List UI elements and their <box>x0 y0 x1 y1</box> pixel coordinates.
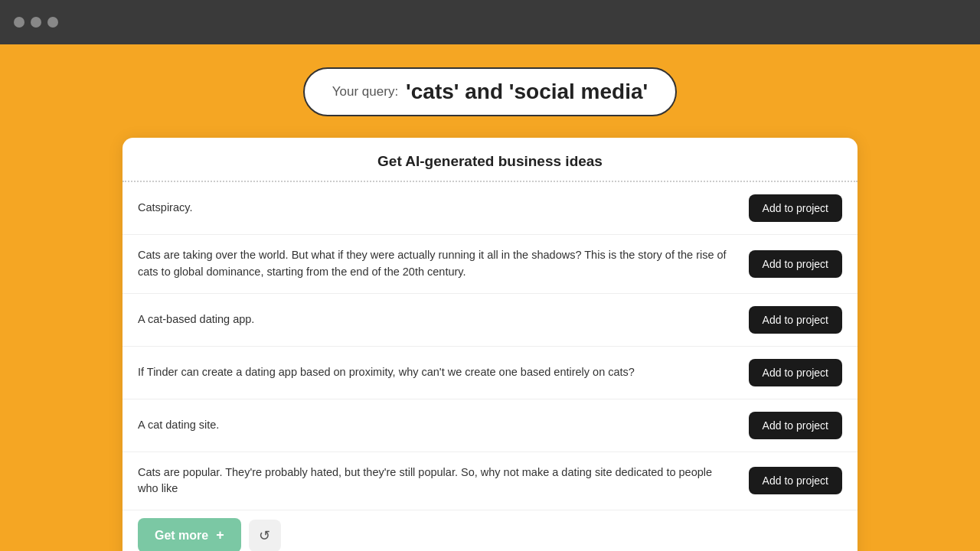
refresh-button[interactable]: ↺ <box>249 520 281 552</box>
get-more-button[interactable]: Get more + <box>138 518 241 551</box>
idea-text: A cat-based dating app. <box>138 311 733 328</box>
maximize-button-light[interactable] <box>47 17 58 28</box>
idea-text: Cats are popular. They're probably hated… <box>138 465 733 498</box>
traffic-lights <box>14 17 58 28</box>
add-to-project-button-6[interactable]: Add to project <box>749 467 842 494</box>
idea-row: Catspiracy. Add to project <box>122 182 858 235</box>
bottom-actions: Get more + ↺ <box>122 510 858 551</box>
add-to-project-button-4[interactable]: Add to project <box>749 359 842 386</box>
idea-row: If Tinder can create a dating app based … <box>122 347 858 399</box>
main-content: Your query: 'cats' and 'social media' Ge… <box>0 44 980 551</box>
get-more-label: Get more <box>155 529 208 543</box>
idea-text: Catspiracy. <box>138 200 733 217</box>
idea-text: If Tinder can create a dating app based … <box>138 364 733 381</box>
add-to-project-button-2[interactable]: Add to project <box>749 250 842 278</box>
idea-row: A cat dating site. Add to project <box>122 399 858 452</box>
idea-row: Cats are popular. They're probably hated… <box>122 452 858 511</box>
idea-row: Cats are taking over the world. But what… <box>122 235 858 294</box>
query-pill: Your query: 'cats' and 'social media' <box>303 67 677 116</box>
panel-title: Get AI-generated business ideas <box>122 138 858 170</box>
results-panel: Get AI-generated business ideas Catspira… <box>122 138 858 551</box>
minimize-button-light[interactable] <box>31 17 41 28</box>
add-to-project-button-3[interactable]: Add to project <box>749 306 842 334</box>
query-label: Your query: <box>332 84 398 99</box>
idea-text: A cat dating site. <box>138 417 733 434</box>
add-to-project-button-5[interactable]: Add to project <box>749 412 842 439</box>
close-button-light[interactable] <box>14 17 24 28</box>
add-to-project-button-1[interactable]: Add to project <box>749 194 842 222</box>
idea-text: Cats are taking over the world. But what… <box>138 247 733 281</box>
query-text: 'cats' and 'social media' <box>406 80 648 104</box>
idea-row: A cat-based dating app. Add to project <box>122 294 858 347</box>
refresh-icon: ↺ <box>259 527 270 544</box>
browser-chrome <box>0 0 980 44</box>
plus-icon: + <box>216 527 224 543</box>
